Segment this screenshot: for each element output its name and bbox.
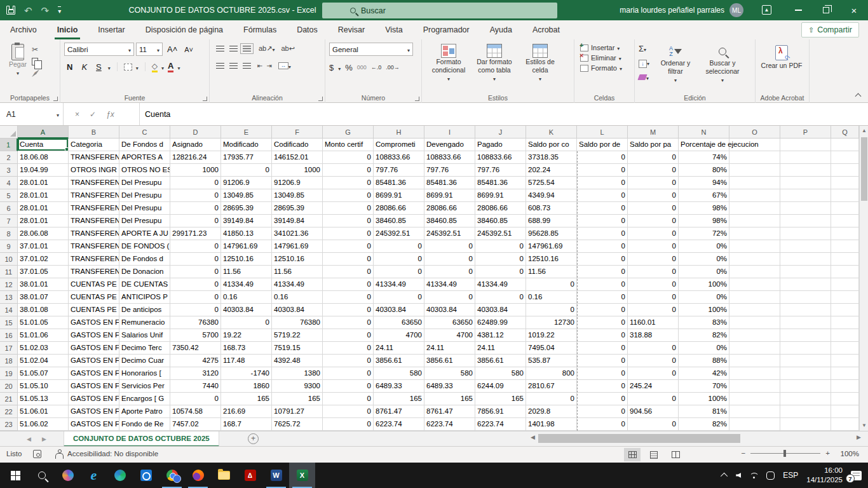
cell-D19[interactable]: 3120	[170, 367, 221, 380]
row-header-1[interactable]: 1	[0, 139, 18, 151]
font-name-select[interactable]: Calibri	[64, 43, 134, 56]
cell-N12[interactable]: 100%	[679, 278, 729, 291]
chevron-down-icon[interactable]	[161, 61, 164, 72]
cell-P6[interactable]	[780, 202, 831, 215]
col-header-A[interactable]: A	[18, 126, 69, 139]
align-center-icon[interactable]	[229, 63, 238, 69]
cell-F9[interactable]: 147961.69	[272, 240, 323, 253]
cell-B4[interactable]: TRANSFEREN	[69, 177, 119, 189]
cell-N21[interactable]: 100%	[679, 393, 729, 405]
percent-format-icon[interactable]: %	[345, 63, 353, 72]
cell-N8[interactable]: 72%	[679, 227, 729, 240]
cell-I9[interactable]: 0	[424, 240, 475, 253]
cell-B21[interactable]: GASTOS EN F	[69, 393, 119, 405]
sheet-nav-right-icon[interactable]: ▶	[42, 431, 46, 447]
row-header-13[interactable]: 13	[0, 291, 18, 304]
cell-E1[interactable]: Modificado	[221, 139, 272, 151]
cell-K9[interactable]: 147961.69	[526, 240, 577, 253]
normal-view-button[interactable]	[624, 448, 641, 461]
cell-B13[interactable]: CUENTAS PE	[69, 291, 119, 304]
row-header-8[interactable]: 8	[0, 227, 18, 240]
cell-E20[interactable]: 1860	[221, 380, 272, 393]
cell-E10[interactable]: 12510.16	[221, 253, 272, 266]
select-all-corner[interactable]	[0, 126, 18, 139]
cell-B19[interactable]: GASTOS EN F	[69, 367, 119, 380]
cell-K23[interactable]: 1401.98	[526, 418, 577, 431]
row-header-20[interactable]: 20	[0, 380, 18, 393]
cell-C14[interactable]: De anticipos	[119, 304, 170, 316]
cell-Q21[interactable]	[831, 393, 859, 405]
cell-N13[interactable]: 0%	[679, 291, 729, 304]
cell-A17[interactable]: 51.02.03	[18, 342, 69, 355]
cell-J7[interactable]: 38460.85	[475, 215, 526, 227]
row-header-17[interactable]: 17	[0, 342, 18, 355]
currency-format-icon[interactable]: $	[329, 63, 334, 72]
formula-input[interactable]: Cuenta	[140, 103, 868, 125]
cell-K15[interactable]: 12730	[526, 316, 577, 329]
cell-F11[interactable]: 11.56	[272, 266, 323, 278]
cell-L23[interactable]: 0	[577, 418, 628, 431]
row-header-22[interactable]: 22	[0, 405, 18, 418]
clock[interactable]: 16:00 14/11/2025	[806, 466, 843, 485]
cell-Q10[interactable]	[831, 253, 859, 266]
taskbar-edge-button[interactable]	[107, 463, 133, 488]
cell-B9[interactable]: TRANSFEREN	[69, 240, 119, 253]
cell-J8[interactable]: 245392.51	[475, 227, 526, 240]
avatar[interactable]: ML	[729, 3, 743, 17]
cell-J3[interactable]: 797.76	[475, 164, 526, 177]
cell-B18[interactable]: GASTOS EN F	[69, 355, 119, 367]
enter-icon[interactable]: ✓	[90, 110, 96, 119]
cell-H23[interactable]: 6223.74	[374, 418, 424, 431]
cell-B7[interactable]: TRANSFEREN	[69, 215, 119, 227]
tab-insertar[interactable]: Insertar	[88, 20, 135, 39]
cell-H3[interactable]: 797.76	[374, 164, 424, 177]
cell-J17[interactable]: 24.11	[475, 342, 526, 355]
taskbar-search-button[interactable]	[29, 463, 55, 488]
paste-button[interactable]: Pegar	[4, 43, 32, 77]
cell-H21[interactable]: 165	[374, 393, 424, 405]
cell-J5[interactable]: 8699.91	[475, 189, 526, 202]
cell-L10[interactable]: 0	[577, 253, 628, 266]
format-cells-button[interactable]: Formato	[578, 63, 632, 73]
clear-icon[interactable]	[639, 71, 649, 83]
cell-Q23[interactable]	[831, 418, 859, 431]
cell-L17[interactable]: 0	[577, 342, 628, 355]
cell-H8[interactable]: 245392.51	[374, 227, 424, 240]
cell-Q4[interactable]	[831, 177, 859, 189]
cell-Q11[interactable]	[831, 266, 859, 278]
tab-archivo[interactable]: Archivo	[0, 20, 47, 39]
col-header-H[interactable]: H	[374, 126, 424, 139]
cell-H17[interactable]: 24.11	[374, 342, 424, 355]
wifi-icon[interactable]	[749, 473, 758, 478]
cell-L15[interactable]: 0	[577, 316, 628, 329]
cell-N4[interactable]: 94%	[679, 177, 729, 189]
cell-E23[interactable]: 168.7	[221, 418, 272, 431]
cell-N20[interactable]: 70%	[679, 380, 729, 393]
cell-L16[interactable]: 0	[577, 329, 628, 342]
horizontal-scroll-thumb[interactable]	[538, 434, 740, 443]
cell-Q18[interactable]	[831, 355, 859, 367]
cell-O12[interactable]	[729, 278, 780, 291]
cell-K20[interactable]: 2810.67	[526, 380, 577, 393]
row-header-4[interactable]: 4	[0, 177, 18, 189]
cell-D14[interactable]: 0	[170, 304, 221, 316]
cell-B6[interactable]: TRANSFEREN	[69, 202, 119, 215]
cell-H15[interactable]: 63650	[374, 316, 424, 329]
cell-Q3[interactable]	[831, 164, 859, 177]
cell-N11[interactable]: 0%	[679, 266, 729, 278]
row-header-6[interactable]: 6	[0, 202, 18, 215]
cell-A12[interactable]: 38.01.01	[18, 278, 69, 291]
cell-N23[interactable]: 82%	[679, 418, 729, 431]
col-header-J[interactable]: J	[475, 126, 526, 139]
cell-A4[interactable]: 28.01.01	[18, 177, 69, 189]
cell-D17[interactable]: 7350.42	[170, 342, 221, 355]
cell-G11[interactable]: 0	[323, 266, 374, 278]
cell-B20[interactable]: GASTOS EN F	[69, 380, 119, 393]
collapse-ribbon-icon[interactable]	[855, 93, 862, 100]
cell-N14[interactable]: 100%	[679, 304, 729, 316]
cell-Q15[interactable]	[831, 316, 859, 329]
cell-N10[interactable]: 0%	[679, 253, 729, 266]
cell-C1[interactable]: De Fondos d	[119, 139, 170, 151]
cell-C21[interactable]: Encargos [ G	[119, 393, 170, 405]
cell-Q2[interactable]	[831, 151, 859, 164]
